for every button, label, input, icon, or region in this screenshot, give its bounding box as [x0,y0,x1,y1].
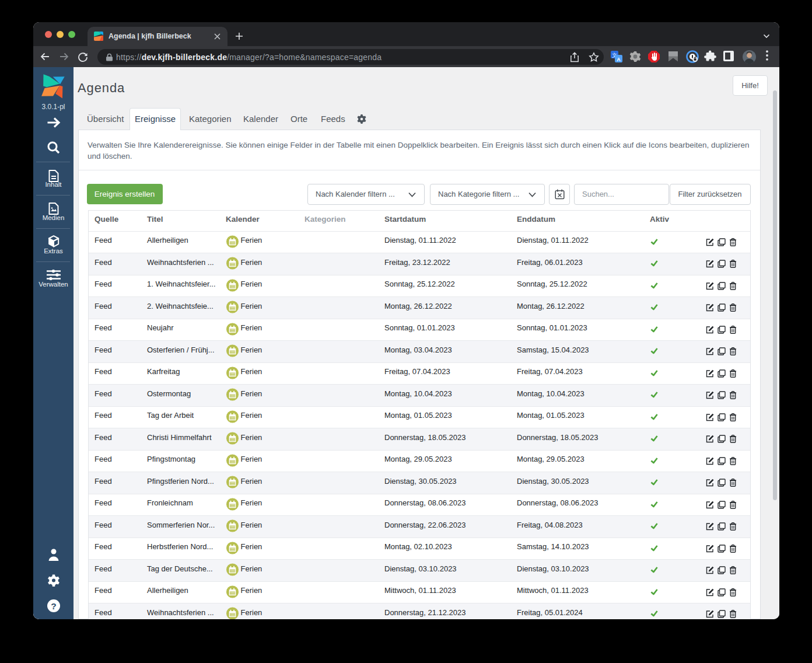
svg-text:A: A [617,57,621,62]
svg-text:?: ? [51,601,56,611]
